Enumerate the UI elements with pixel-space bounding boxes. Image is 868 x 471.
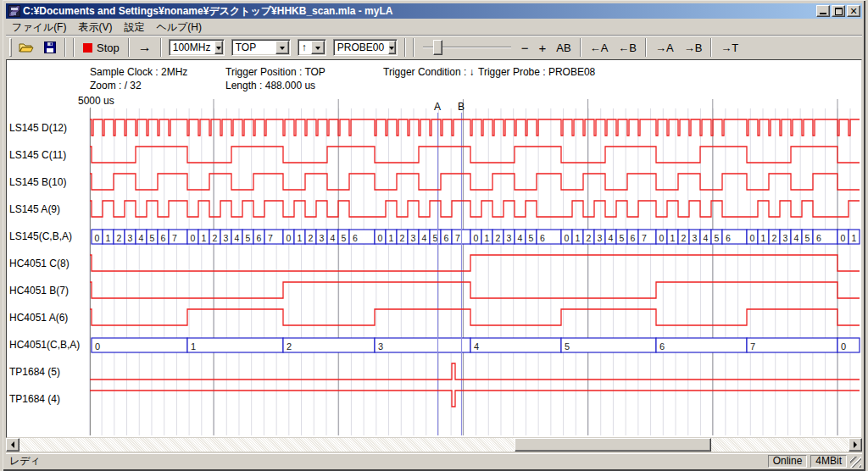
- zoom-in-button[interactable]: +: [534, 37, 552, 58]
- probe-value: PROBE00: [334, 40, 387, 55]
- close-icon: ✕: [849, 6, 857, 16]
- toolbar-grip[interactable]: [9, 38, 12, 57]
- menu-help[interactable]: ヘルプ(H): [150, 19, 208, 36]
- minimize-icon: [820, 13, 826, 14]
- menu-bar: ファイル(F) 表示(V) 設定 ヘルプ(H): [6, 19, 862, 35]
- toolbar-separator: [413, 38, 415, 57]
- ab-button[interactable]: AB: [551, 37, 576, 58]
- maximize-button[interactable]: [832, 5, 845, 17]
- toolbar-separator: [580, 38, 581, 57]
- chevron-down-icon: [280, 47, 285, 53]
- status-memory: 4MBit: [810, 455, 847, 468]
- title-bar: C:¥Documents and Settings¥noname¥デスクトップ¥…: [6, 3, 862, 19]
- resize-grip[interactable]: [850, 457, 861, 468]
- arrow-left-icon: [8, 441, 14, 448]
- trigger-edge-dropdown-button[interactable]: [311, 41, 325, 54]
- goto-b-right-button[interactable]: →B: [679, 37, 708, 58]
- close-button[interactable]: ✕: [847, 5, 860, 17]
- arrow-right-icon: [854, 441, 860, 448]
- waveform-view: [6, 59, 862, 438]
- status-ready: レディ: [6, 454, 768, 468]
- open-folder-icon: [19, 42, 34, 53]
- trigger-edge-combo[interactable]: ↑: [298, 39, 326, 56]
- window-title: C:¥Documents and Settings¥noname¥デスクトップ¥…: [23, 4, 815, 19]
- trigger-position-combo[interactable]: TOP: [231, 39, 291, 56]
- probe-combo[interactable]: PROBE00: [333, 39, 398, 56]
- scroll-left-button[interactable]: [6, 438, 19, 452]
- toolbar-separator: [64, 38, 66, 57]
- chevron-down-icon: [315, 47, 320, 53]
- stop-button[interactable]: Stop: [78, 37, 125, 58]
- save-floppy-icon: [44, 42, 56, 53]
- chevron-down-icon: [216, 47, 221, 53]
- open-file-button[interactable]: [14, 37, 39, 58]
- trigger-position-value: TOP: [232, 40, 275, 55]
- goto-a-left-button[interactable]: ←A: [585, 37, 614, 58]
- sample-rate-value: 100MHz: [170, 40, 214, 55]
- maximize-icon: [835, 8, 843, 15]
- toolbar-separator: [128, 38, 130, 57]
- minimize-button[interactable]: [816, 5, 830, 17]
- scrollbar-thumb[interactable]: [515, 438, 711, 452]
- sample-rate-combo[interactable]: 100MHz: [169, 39, 225, 56]
- scroll-right-button[interactable]: [849, 438, 862, 452]
- menu-settings[interactable]: 設定: [118, 19, 150, 36]
- goto-trigger-button[interactable]: →T: [715, 37, 743, 58]
- chevron-down-icon: [389, 47, 394, 53]
- status-bar: レディ Online 4MBit: [6, 453, 862, 468]
- stop-label: Stop: [97, 42, 120, 54]
- sample-rate-dropdown-button[interactable]: [214, 41, 222, 54]
- run-button[interactable]: →: [133, 37, 157, 58]
- horizontal-scrollbar[interactable]: [6, 438, 862, 452]
- toolbar-separator: [73, 38, 75, 57]
- toolbar-separator: [404, 38, 406, 57]
- application-window: C:¥Documents and Settings¥noname¥デスクトップ¥…: [0, 0, 868, 471]
- goto-b-left-button[interactable]: ←B: [613, 37, 642, 58]
- toolbar-separator: [645, 38, 647, 57]
- toolbar-separator: [710, 38, 712, 57]
- zoom-out-button[interactable]: −: [516, 37, 534, 58]
- trigger-edge-value: ↑: [298, 40, 310, 55]
- zoom-slider[interactable]: [423, 38, 511, 57]
- toolbar-separator: [160, 38, 162, 57]
- status-online: Online: [768, 455, 808, 468]
- stop-icon: [83, 43, 92, 53]
- trigger-position-dropdown-button[interactable]: [275, 41, 289, 54]
- app-icon[interactable]: [8, 5, 20, 17]
- goto-a-right-button[interactable]: →A: [650, 37, 679, 58]
- menu-view[interactable]: 表示(V): [72, 19, 118, 36]
- save-file-button[interactable]: [39, 37, 61, 58]
- toolbar: Stop → 100MHz TOP ↑ PROBE00 − + AB: [6, 35, 862, 59]
- menu-file[interactable]: ファイル(F): [6, 19, 72, 36]
- run-arrow-icon: →: [138, 40, 152, 55]
- probe-dropdown-button[interactable]: [388, 41, 396, 54]
- zoom-slider-thumb[interactable]: [433, 40, 442, 55]
